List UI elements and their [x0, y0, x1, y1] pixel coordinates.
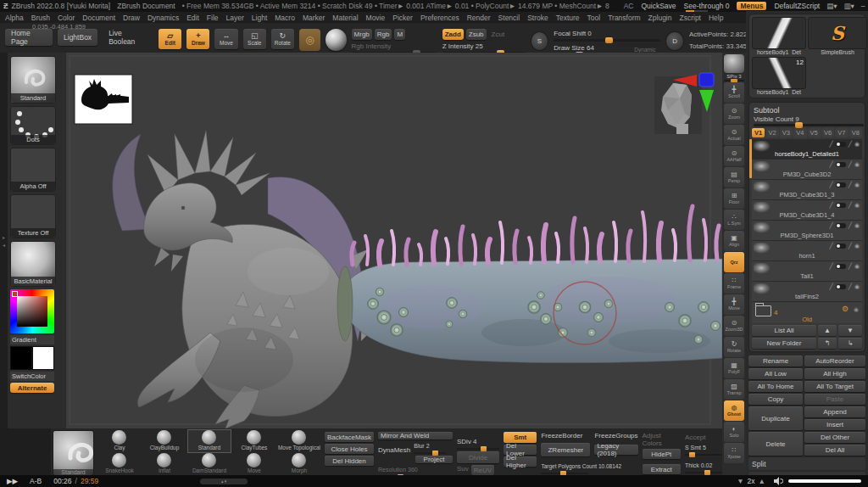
insert-button[interactable]: Insert	[804, 419, 865, 430]
minimize-button[interactable]: –	[861, 2, 865, 10]
pen-flyout-icon[interactable]: ▥▾	[844, 2, 854, 10]
scale-button[interactable]: ◱ Scale	[243, 29, 266, 49]
current-material-icon[interactable]	[326, 29, 346, 51]
bpr-render-icon[interactable]	[724, 54, 744, 73]
polypaint-icon[interactable]	[829, 263, 832, 270]
visibility-tab[interactable]: V7	[835, 128, 848, 137]
menu-item[interactable]: Marker	[303, 14, 325, 22]
all-low-button[interactable]: All Low	[748, 368, 803, 379]
live-boolean-button[interactable]: Live Boolean	[103, 29, 153, 46]
visibility-tab[interactable]: V2	[765, 128, 778, 137]
ssmt-slider[interactable]	[685, 454, 722, 456]
freezeborder-button[interactable]: FreezeBorder	[541, 432, 590, 439]
zadd-button[interactable]: Zadd	[442, 29, 464, 40]
brush-preset[interactable]: Move	[233, 453, 275, 475]
subtool-item[interactable]: PM3D_Cube3D1_3	[752, 180, 862, 200]
rename-button[interactable]: Rename	[748, 355, 803, 367]
del-hidden-button[interactable]: Del Hidden	[325, 456, 374, 466]
shelf-tool-button[interactable]: ▦ PolyF	[724, 358, 744, 378]
current-alpha-thumbnail[interactable]: Alpha Off	[10, 148, 56, 192]
menu-item[interactable]: Stencil	[498, 14, 520, 22]
visibility-tab[interactable]: V5	[808, 128, 821, 137]
menu-item[interactable]: Zscript	[679, 14, 701, 22]
sculpt-icon[interactable]	[849, 141, 852, 148]
shelf-tool-button[interactable]: ↻ Rotate	[724, 337, 744, 357]
eye-icon[interactable]	[854, 141, 860, 148]
shelf-tool-button[interactable]: ⊙ Actual	[724, 125, 744, 145]
paste-button[interactable]: Paste	[804, 394, 865, 405]
toggle-icon[interactable]	[836, 223, 846, 228]
polypaint-icon[interactable]	[829, 161, 832, 168]
alternate-button[interactable]: Alternate	[10, 383, 54, 393]
speed-up-icon[interactable]: ▲	[759, 477, 765, 485]
gear-icon[interactable]: ⚙	[842, 305, 849, 313]
default-zscript-button[interactable]: DefaultZScript	[774, 2, 820, 10]
menu-item[interactable]: Help	[709, 14, 723, 22]
menu-item[interactable]: Edit	[186, 14, 199, 22]
visibility-tab[interactable]: V8	[849, 128, 862, 137]
menu-item[interactable]: Light	[252, 14, 267, 22]
suv-button[interactable]: Suv	[457, 465, 469, 475]
menu-item[interactable]: Preferences	[420, 14, 459, 22]
see-through-slider[interactable]: See-through 0	[684, 2, 730, 10]
depth-dial-icon[interactable]: D	[665, 31, 684, 51]
del-all-button[interactable]: Del All	[804, 445, 865, 456]
copy-button[interactable]: Copy	[748, 394, 803, 405]
lightbox-button[interactable]: LightBox	[58, 29, 97, 46]
play-icon[interactable]: ▶▶	[7, 477, 18, 485]
polypaint-icon[interactable]	[829, 182, 832, 188]
eye-icon[interactable]	[854, 182, 860, 188]
zsub-button[interactable]: Zsub	[466, 29, 487, 40]
home-page-button[interactable]: Home Page	[5, 29, 53, 46]
menu-item[interactable]: Tool	[587, 14, 601, 22]
visibility-tab[interactable]: V6	[821, 128, 834, 137]
menu-item[interactable]: Document	[82, 14, 115, 22]
toggle-icon[interactable]	[836, 264, 846, 269]
sculpt-icon[interactable]	[849, 222, 852, 229]
polypaint-icon[interactable]	[829, 222, 832, 229]
current-brush-icon[interactable]: ◎	[299, 29, 320, 51]
brush-preset[interactable]: ClayBuildup	[143, 430, 186, 452]
sculpt-icon[interactable]	[849, 182, 852, 188]
del-other-button[interactable]: Del Other	[804, 432, 865, 443]
menu-item[interactable]: Stroke	[527, 14, 548, 22]
rotate-button[interactable]: ↻ Rotate	[271, 29, 294, 49]
subtool-item[interactable]: PM3D_Sphere3D1	[752, 221, 862, 241]
shelf-tool-button[interactable]: ▤ Persp	[724, 167, 744, 188]
divide-button[interactable]: Divide	[457, 451, 499, 463]
autoreorder-button[interactable]: AutoReorder	[804, 355, 865, 367]
main-color-swatch[interactable]	[10, 346, 32, 370]
left-divider[interactable]: ▸◂	[0, 53, 8, 428]
sdiv-slider[interactable]	[457, 448, 499, 450]
eye-icon[interactable]	[854, 202, 860, 209]
visible-count-slider[interactable]	[754, 124, 864, 126]
list-all-button[interactable]: List All	[752, 325, 816, 336]
menu-item[interactable]: Zplugin	[648, 14, 672, 22]
close-holes-button[interactable]: Close Holes	[325, 444, 374, 454]
all-to-home-button[interactable]: All To Home	[748, 381, 803, 392]
subtool-folder[interactable]: 4 ⚙ ◉ Old	[752, 302, 862, 323]
spix-slider[interactable]: SPix 3	[724, 74, 744, 81]
stroke-dial-icon[interactable]: S	[531, 31, 549, 51]
tail-model[interactable]	[337, 206, 722, 363]
freezegroups-button[interactable]: FreezeGroups	[594, 432, 637, 439]
dynamesh-button[interactable]: DynaMesh	[378, 446, 410, 454]
subtool-item[interactable]: horseBody1_Detailed1	[752, 139, 862, 160]
mirror-and-weld-button[interactable]: Mirror And Weld	[378, 432, 453, 439]
subtool-group-row[interactable]: Split	[748, 457, 865, 470]
mrgb-button[interactable]: Mrgb	[352, 29, 372, 40]
sculpt-canvas[interactable]	[66, 53, 722, 428]
legacy-button[interactable]: Legacy (2018)	[594, 445, 637, 455]
m-button[interactable]: M	[394, 29, 405, 40]
brush-preset[interactable]: Standard	[188, 430, 231, 452]
menus-button[interactable]: Menus	[737, 2, 766, 10]
menu-item[interactable]: Layer	[226, 14, 244, 22]
toggle-icon[interactable]	[836, 203, 846, 208]
tool-thumbnail[interactable]	[752, 17, 806, 49]
draw-button[interactable]: + Draw	[186, 29, 209, 49]
visibility-tab[interactable]: V4	[793, 128, 806, 137]
volume-slider[interactable]	[788, 479, 861, 483]
sculpt-icon[interactable]	[849, 161, 852, 168]
tray-handle[interactable]: ▴ ▾	[200, 479, 248, 484]
eye-icon[interactable]	[854, 161, 860, 168]
